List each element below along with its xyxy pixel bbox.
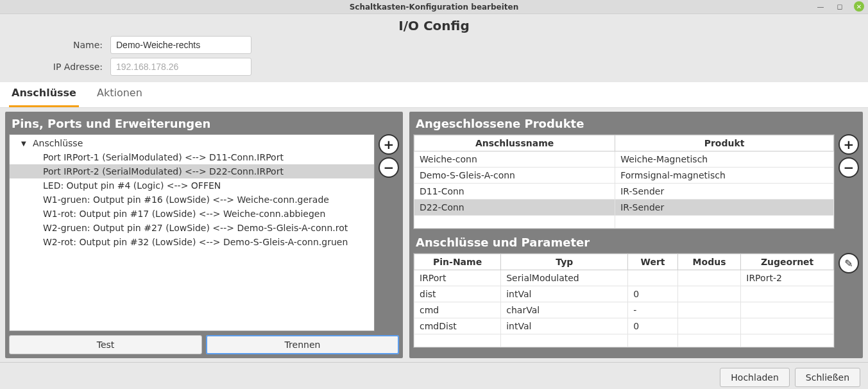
- tree-root-label: Anschlüsse: [33, 138, 83, 148]
- pins-panel: Pins, Ports und Erweiterungen ▼Anschlüss…: [5, 112, 403, 358]
- name-label: Name:: [8, 40, 110, 50]
- cell-pin: cmd: [414, 302, 501, 318]
- tree-item-label: LED: Output pin #4 (Logic) <--> OFFEN: [43, 180, 221, 191]
- table-row[interactable]: D11-ConnIR-Sender: [414, 184, 834, 200]
- table-row[interactable]: cmdcharVal-: [414, 302, 834, 318]
- tree-item[interactable]: W1-rot: Output pin #17 (LowSide) <--> We…: [10, 207, 374, 221]
- cell-value: 0: [628, 286, 677, 302]
- products-title: Angeschlossene Produkte: [413, 114, 859, 134]
- cell-mode: [677, 318, 740, 334]
- tree-item[interactable]: W2-gruen: Output pin #27 (LowSide) <--> …: [10, 221, 374, 235]
- cell-value: [628, 270, 677, 286]
- products-table[interactable]: Anschlussname Produkt Weiche-connWeiche-…: [414, 135, 834, 229]
- cell-value: 0: [628, 318, 677, 334]
- tree-item-label: Port IRPort-2 (SerialModulated) <--> D22…: [43, 166, 284, 177]
- page-title: I/O Config: [0, 14, 868, 36]
- window-title: Schaltkasten-Konfiguration bearbeiten: [0, 3, 868, 12]
- header-form: Name: IP Adresse:: [0, 36, 868, 82]
- minus-button[interactable]: −: [379, 157, 399, 178]
- pins-panel-title: Pins, Ports und Erweiterungen: [9, 114, 399, 134]
- cell-name: Demo-S-Gleis-A-conn: [414, 168, 615, 184]
- cell-type: SerialModulated: [501, 270, 628, 286]
- params-table[interactable]: Pin-Name Typ Wert Modus Zugeornet IRPort…: [414, 254, 834, 347]
- tree-item[interactable]: LED: Output pin #4 (Logic) <--> OFFEN: [10, 178, 374, 193]
- products-header-product: Produkt: [615, 135, 834, 151]
- edit-button[interactable]: ✎: [838, 253, 859, 273]
- plus-button[interactable]: +: [379, 134, 399, 155]
- window-buttons: — ◻ ✕: [815, 1, 864, 12]
- tree-item[interactable]: W2-rot: Output pin #32 (LowSide) <--> De…: [10, 235, 374, 249]
- pins-button-row: Test Trennen: [9, 335, 399, 354]
- table-row[interactable]: Demo-S-Gleis-A-connFormsignal-magnetisch: [414, 168, 834, 184]
- cell-type: charVal: [501, 302, 628, 318]
- minimize-icon[interactable]: —: [815, 1, 826, 12]
- cell-name: Weiche-conn: [414, 151, 615, 168]
- cell-pin: dist: [414, 286, 501, 302]
- products-panel: Angeschlossene Produkte Anschlussname Pr…: [409, 112, 863, 358]
- table-row[interactable]: distintVal0: [414, 286, 834, 302]
- table-row[interactable]: D22-ConnIR-Sender: [414, 200, 834, 216]
- products-minus-button[interactable]: −: [838, 157, 859, 178]
- pins-sidebuttons: + −: [379, 134, 399, 331]
- products-plus-button[interactable]: +: [838, 134, 859, 155]
- tree-item[interactable]: Port IRPort-2 (SerialModulated) <--> D22…: [10, 164, 374, 178]
- name-input[interactable]: [110, 36, 251, 54]
- params-header-pin: Pin-Name: [414, 254, 501, 270]
- tab-actions[interactable]: Aktionen: [94, 80, 145, 107]
- tree-item-label: W1-rot: Output pin #17 (LowSide) <--> We…: [43, 209, 325, 219]
- cell-assigned: [741, 302, 834, 318]
- cell-mode: [677, 286, 740, 302]
- table-row: [414, 334, 834, 347]
- cell-product: IR-Sender: [615, 200, 834, 216]
- tab-bar: Anschlüsse Aktionen: [0, 82, 868, 108]
- cell-assigned: [741, 286, 834, 302]
- params-sidebuttons: ✎: [838, 253, 859, 348]
- products-table-container: Anschlussname Produkt Weiche-connWeiche-…: [413, 134, 835, 229]
- cell-value: -: [628, 302, 677, 318]
- disconnect-button[interactable]: Trennen: [206, 335, 399, 354]
- titlebar: Schaltkasten-Konfiguration bearbeiten — …: [0, 0, 868, 14]
- tree-item-label: W1-gruen: Output pin #16 (LowSide) <--> …: [43, 195, 329, 205]
- tree-item-label: W2-rot: Output pin #32 (LowSide) <--> De…: [43, 237, 348, 247]
- close-button[interactable]: Schließen: [795, 368, 860, 387]
- products-header-name: Anschlussname: [414, 135, 615, 151]
- pins-tree-container: ▼AnschlüssePort IRPort-1 (SerialModulate…: [9, 134, 375, 331]
- table-row[interactable]: cmdDistintVal0: [414, 318, 834, 334]
- chevron-down-icon: ▼: [21, 140, 29, 147]
- params-header-type: Typ: [501, 254, 628, 270]
- main-panels: Pins, Ports und Erweiterungen ▼Anschlüss…: [0, 108, 868, 362]
- test-button[interactable]: Test: [9, 335, 202, 354]
- products-sidebuttons: + −: [838, 134, 859, 229]
- bottom-bar: Hochladen Schließen: [0, 362, 868, 387]
- cell-product: Formsignal-magnetisch: [615, 168, 834, 184]
- tab-connections[interactable]: Anschlüsse: [9, 80, 79, 107]
- tree-item-label: Port IRPort-1 (SerialModulated) <--> D11…: [43, 152, 284, 162]
- ip-input[interactable]: [110, 58, 251, 76]
- tree-root[interactable]: ▼Anschlüsse: [10, 136, 374, 150]
- table-row: [414, 216, 834, 229]
- close-icon[interactable]: ✕: [854, 1, 864, 12]
- cell-name: D11-Conn: [414, 184, 615, 200]
- table-row[interactable]: IRPortSerialModulatedIRPort-2: [414, 270, 834, 286]
- params-header-assigned: Zugeornet: [741, 254, 834, 270]
- params-header-value: Wert: [628, 254, 677, 270]
- params-title: Anschlüsse und Parameter: [413, 233, 859, 253]
- cell-pin: cmdDist: [414, 318, 501, 334]
- cell-mode: [677, 302, 740, 318]
- pins-tree[interactable]: ▼AnschlüssePort IRPort-1 (SerialModulate…: [10, 135, 374, 308]
- tree-item[interactable]: Port IRPort-1 (SerialModulated) <--> D11…: [10, 150, 374, 164]
- upload-button[interactable]: Hochladen: [720, 368, 790, 387]
- tree-item[interactable]: W1-gruen: Output pin #16 (LowSide) <--> …: [10, 193, 374, 207]
- cell-assigned: [741, 318, 834, 334]
- table-row[interactable]: Weiche-connWeiche-Magnetisch: [414, 151, 834, 168]
- params-table-container: Pin-Name Typ Wert Modus Zugeornet IRPort…: [413, 253, 835, 348]
- cell-product: Weiche-Magnetisch: [615, 151, 834, 168]
- params-header-mode: Modus: [677, 254, 740, 270]
- pencil-icon: ✎: [844, 257, 853, 270]
- maximize-icon[interactable]: ◻: [835, 1, 845, 12]
- cell-product: IR-Sender: [615, 184, 834, 200]
- cell-type: intVal: [501, 286, 628, 302]
- cell-pin: IRPort: [414, 270, 501, 286]
- ip-label: IP Adresse:: [8, 62, 110, 72]
- cell-name: D22-Conn: [414, 200, 615, 216]
